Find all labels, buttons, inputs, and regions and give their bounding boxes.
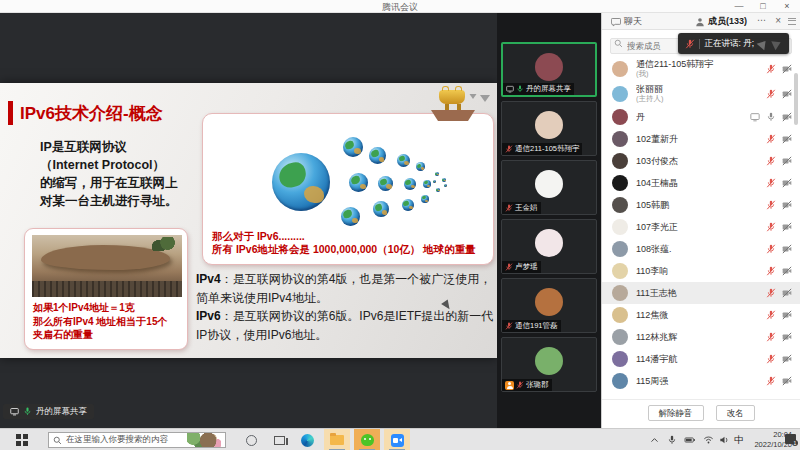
action-center-button[interactable]: 1 [794,429,800,450]
camera-off-icon[interactable] [782,266,792,276]
tray-mic-button[interactable] [664,429,680,450]
mic-icon[interactable] [766,376,776,386]
mic-icon[interactable] [505,263,513,271]
member-row[interactable]: 112林兆辉 [602,326,800,348]
minimize-button[interactable]: — [728,0,750,13]
arrow-decoration [470,94,477,99]
mic-off-icon [685,39,695,49]
earth-graphic [404,178,416,190]
member-row[interactable]: 114潘宇航 [602,348,800,370]
mic-icon[interactable] [766,89,776,99]
video-tile[interactable]: 王金娟 [501,160,597,215]
video-tile[interactable]: 丹的屏幕共享 [501,42,597,97]
scrollbar-thumb[interactable] [794,73,798,125]
camera-off-icon[interactable] [782,200,792,210]
member-row[interactable]: 104王楠晶 [602,172,800,194]
mic-icon[interactable] [766,134,776,144]
mic-icon[interactable] [766,112,776,122]
mic-icon[interactable] [505,322,513,330]
maximize-button[interactable]: □ [752,0,774,13]
rename-button[interactable]: 改名 [716,405,755,421]
search-box-decoration [187,433,221,447]
cortana-button[interactable] [238,429,264,450]
member-row[interactable]: 丹 [602,106,800,128]
mic-icon[interactable] [516,381,524,389]
tab-members[interactable]: 成员(133) [695,13,747,30]
mic-icon[interactable] [766,354,776,364]
panel-tabbar: 聊天 成员(133) ⋯ × [602,13,800,30]
mic-icon[interactable] [766,244,776,254]
camera-off-icon[interactable] [782,178,792,188]
unmute-button[interactable]: 解除静音 [648,405,704,421]
ipv6-text: ：是互联网协议的第6版。IPv6是IETF提出的新一代IP协议，使用IPv6地址… [196,309,493,342]
camera-off-icon[interactable] [782,112,792,122]
mic-icon[interactable] [766,266,776,276]
panel-close-button[interactable]: × [775,15,781,26]
file-explorer-button[interactable] [324,429,350,450]
notification-icon: 1 [785,434,796,444]
wechat-button[interactable] [354,429,380,450]
earth-graphic [444,184,447,187]
camera-off-icon[interactable] [782,288,792,298]
member-row[interactable]: 107李光正 [602,216,800,238]
camera-off-icon[interactable] [782,332,792,342]
panel-menu-icon[interactable] [788,18,796,25]
notification-badge: 1 [792,440,798,446]
task-view-button[interactable] [266,429,292,450]
panel-more-button[interactable]: ⋯ [757,15,766,25]
member-row[interactable]: 张丽丽 (主持人) [602,81,800,106]
mic-icon[interactable] [766,332,776,342]
reaction-icon [757,37,770,50]
member-row[interactable]: 105韩鹏 [602,194,800,216]
member-list: 通信211-105韩翔宇 (我) 张丽丽 (主持人) 丹 [602,56,800,403]
camera-off-icon[interactable] [782,156,792,166]
video-tile[interactable]: 通信191管磊 [501,278,597,333]
ime-indicator[interactable]: 中 [732,429,746,450]
member-avatar [612,175,628,191]
camera-off-icon[interactable] [782,89,792,99]
member-row[interactable]: 103付俊杰 [602,150,800,172]
camera-off-icon[interactable] [782,134,792,144]
camera-off-icon[interactable] [782,64,792,74]
mic-icon[interactable] [766,310,776,320]
volume-icon[interactable] [716,429,732,450]
tab-chat[interactable]: 聊天 [611,13,642,30]
edge-button[interactable] [294,429,320,450]
titlebar: 腾讯会议 — □ × [0,0,800,13]
member-row[interactable]: 110李响 [602,260,800,282]
member-row[interactable]: 115周强 [602,370,800,392]
tencent-meeting-button[interactable] [384,429,410,450]
mic-icon[interactable] [505,145,513,153]
member-name: 通信211-105韩翔宇 [636,59,766,69]
network-icon[interactable] [700,429,716,450]
camera-off-icon[interactable] [782,354,792,364]
member-row[interactable]: 112焦微 [602,304,800,326]
mic-icon[interactable] [766,222,776,232]
mic-icon[interactable] [766,178,776,188]
member-row[interactable]: 通信211-105韩翔宇 (我) [602,56,800,81]
video-tile[interactable]: 通信211-105韩翔宇 [501,101,597,156]
video-tile[interactable]: 张璐郡 [501,337,597,392]
member-row[interactable]: 111王志艳 [602,282,800,304]
host-badge-icon [505,381,514,390]
start-button[interactable] [0,429,44,450]
camera-off-icon[interactable] [782,222,792,232]
battery-icon[interactable] [682,429,698,450]
camera-off-icon[interactable] [782,310,792,320]
mic-icon[interactable] [505,204,513,212]
camera-off-icon[interactable] [782,376,792,386]
mic-icon[interactable] [516,85,524,93]
taskbar-search[interactable]: 在这里输入你要搜索的内容 [48,432,226,448]
mic-icon[interactable] [766,156,776,166]
mic-icon[interactable] [766,288,776,298]
tray-expand-button[interactable] [646,429,662,450]
member-row[interactable]: 108张蕴. [602,238,800,260]
close-button[interactable]: × [776,0,798,13]
video-tile[interactable]: 卢梦瑶 [501,219,597,274]
camera-off-icon[interactable] [782,244,792,254]
member-status-icons [766,266,792,276]
edge-icon [301,434,314,447]
member-row[interactable]: 102董新升 [602,128,800,150]
mic-icon[interactable] [766,64,776,74]
mic-icon[interactable] [766,200,776,210]
